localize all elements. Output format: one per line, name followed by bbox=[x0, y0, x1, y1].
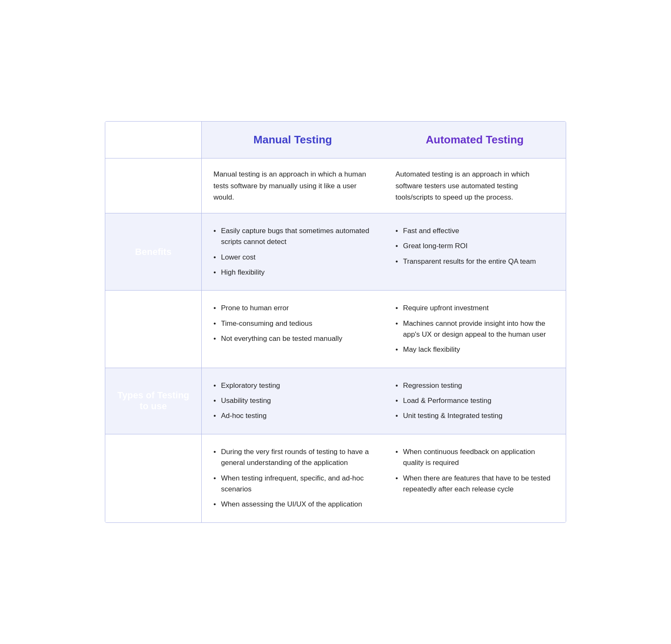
list-item: Usability testing bbox=[213, 393, 372, 408]
list-item: Lower cost bbox=[213, 250, 372, 265]
benefits-automated-list: Fast and effective Great long-term ROI T… bbox=[395, 223, 554, 269]
list-item: Transparent results for the entire QA te… bbox=[395, 254, 554, 269]
list-item: High flexibility bbox=[213, 265, 372, 280]
row-label-types: Types of Testing to use bbox=[105, 368, 202, 434]
list-item: Machines cannot provide insight into how… bbox=[395, 316, 554, 343]
list-item: Regression testing bbox=[395, 378, 554, 393]
row-label-benefits: Benefits bbox=[105, 213, 202, 291]
row-label-when: When to use bbox=[105, 434, 202, 522]
drawbacks-manual-list: Prone to human error Time-consuming and … bbox=[213, 301, 372, 346]
list-item: Load & Performance testing bbox=[395, 393, 554, 408]
benefits-manual-list: Easily capture bugs that sometimes autom… bbox=[213, 223, 372, 280]
list-item: Ad-hoc testing bbox=[213, 408, 372, 423]
list-item: When testing infrequent, specific, and a… bbox=[213, 471, 372, 497]
when-manual-list: During the very first rounds of testing … bbox=[213, 444, 372, 512]
when-automated-list: When continuous feedback on application … bbox=[395, 444, 554, 497]
list-item: During the very first rounds of testing … bbox=[213, 444, 372, 471]
row-label-definition: Definition bbox=[105, 158, 202, 213]
benefits-automated-cell: Fast and effective Great long-term ROI T… bbox=[384, 213, 566, 291]
list-item: Not everything can be tested manually bbox=[213, 331, 372, 346]
types-automated-list: Regression testing Load & Performance te… bbox=[395, 378, 554, 424]
types-manual-list: Exploratory testing Usability testing Ad… bbox=[213, 378, 372, 424]
row-label-drawbacks: Drawbacks bbox=[105, 291, 202, 368]
list-item: Unit testing & Integrated testing bbox=[395, 408, 554, 423]
definition-manual-cell: Manual testing is an approach in which a… bbox=[202, 158, 384, 213]
header-manual: Manual Testing bbox=[202, 122, 384, 158]
header-empty-cell bbox=[105, 122, 202, 158]
list-item: May lack flexibility bbox=[395, 342, 554, 357]
definition-automated-cell: Automated testing is an approach in whic… bbox=[384, 158, 566, 213]
list-item: Prone to human error bbox=[213, 301, 372, 316]
list-item: Exploratory testing bbox=[213, 378, 372, 393]
benefits-manual-cell: Easily capture bugs that sometimes autom… bbox=[202, 213, 384, 291]
comparison-table: Manual Testing Automated Testing Definit… bbox=[105, 121, 566, 522]
list-item: Easily capture bugs that sometimes autom… bbox=[213, 223, 372, 250]
drawbacks-automated-list: Require upfront investment Machines cann… bbox=[395, 301, 554, 357]
list-item: Fast and effective bbox=[395, 223, 554, 239]
list-item: Great long-term ROI bbox=[395, 239, 554, 254]
list-item: When assessing the UI/UX of the applicat… bbox=[213, 497, 372, 512]
list-item: Require upfront investment bbox=[395, 301, 554, 316]
list-item: When there are features that have to be … bbox=[395, 471, 554, 497]
when-automated-cell: When continuous feedback on application … bbox=[384, 434, 566, 522]
table-grid: Manual Testing Automated Testing Definit… bbox=[105, 122, 566, 522]
types-automated-cell: Regression testing Load & Performance te… bbox=[384, 368, 566, 434]
header-automated: Automated Testing bbox=[384, 122, 566, 158]
when-manual-cell: During the very first rounds of testing … bbox=[202, 434, 384, 522]
list-item: Time-consuming and tedious bbox=[213, 316, 372, 331]
drawbacks-automated-cell: Require upfront investment Machines cann… bbox=[384, 291, 566, 368]
drawbacks-manual-cell: Prone to human error Time-consuming and … bbox=[202, 291, 384, 368]
list-item: When continuous feedback on application … bbox=[395, 444, 554, 471]
types-manual-cell: Exploratory testing Usability testing Ad… bbox=[202, 368, 384, 434]
